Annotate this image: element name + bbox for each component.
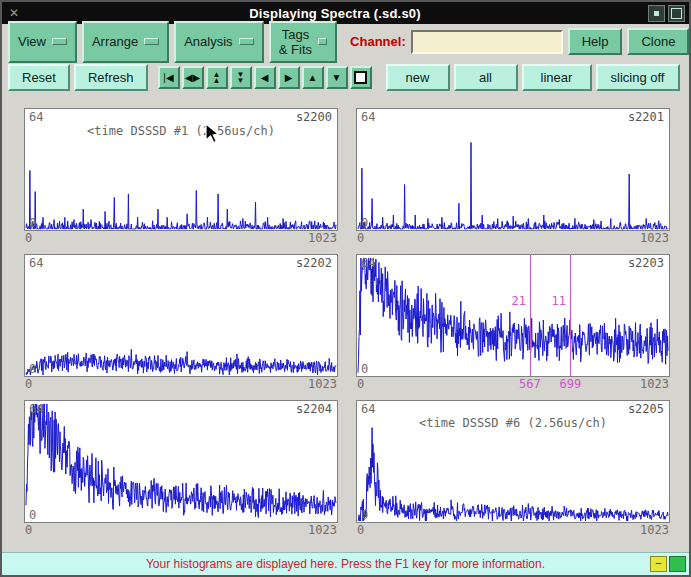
x-axis-min-label: 0 bbox=[357, 523, 364, 537]
menu-label: View bbox=[18, 34, 46, 49]
x-axis-max-label: 1023 bbox=[640, 231, 669, 245]
spectrum-plot-s2200[interactable]: 640s2200<time DSSSD #1 (2.56us/ch) bbox=[24, 108, 338, 231]
mouse-cursor-icon bbox=[205, 123, 220, 144]
x-axis-max-label: 1023 bbox=[308, 377, 337, 391]
spectrum-plot-s2204[interactable]: 640s2204 bbox=[24, 400, 338, 523]
status-message: Your histograms are displayed here. Pres… bbox=[146, 557, 545, 571]
refresh-button[interactable]: Refresh bbox=[74, 64, 148, 91]
scroll-up-button[interactable]: ▲ bbox=[302, 66, 324, 89]
spectrum-trace bbox=[25, 401, 337, 522]
menu-tags-fits[interactable]: Tags & Fits bbox=[269, 21, 337, 63]
slicing-button[interactable]: slicing off bbox=[596, 64, 680, 91]
scroll-up-icon: ▲ bbox=[308, 73, 318, 83]
page-up-button[interactable]: ▲ ▲ bbox=[206, 66, 228, 89]
status-minimize-button[interactable]: − bbox=[650, 556, 667, 572]
window-controls bbox=[648, 5, 685, 22]
expand-horizontal-button[interactable]: ◀▶ bbox=[182, 66, 204, 89]
status-restore-button[interactable] bbox=[669, 556, 686, 572]
y-axis-max-label: 64 bbox=[29, 256, 43, 270]
app-window: ✕ Displaying Spectra (.sd.s0) ViewArrang… bbox=[0, 0, 691, 577]
spectra-grid: 640s2200<time DSSSD #1 (2.56us/ch)010236… bbox=[2, 96, 689, 545]
help-button[interactable]: Help bbox=[568, 28, 623, 55]
window-title: Displaying Spectra (.sd.s0) bbox=[22, 6, 648, 21]
spectrum-name: s2201 bbox=[628, 110, 664, 124]
spectrum-name: s2205 bbox=[628, 402, 664, 416]
zoom-box-button[interactable] bbox=[350, 66, 372, 89]
nav-button-group: |◀◀▶▲ ▲▼ ▼◀▶▲▼ bbox=[158, 66, 372, 89]
y-axis-max-label: 64 bbox=[361, 110, 375, 124]
jump-first-button[interactable]: |◀ bbox=[158, 66, 180, 89]
spectrum-name: s2204 bbox=[296, 402, 332, 416]
spectrum-plot-s2201[interactable]: 640s2201 bbox=[356, 108, 670, 231]
reset-button[interactable]: Reset bbox=[8, 64, 70, 91]
spectrum-plot-s2202[interactable]: 640s2202 bbox=[24, 254, 338, 377]
spectrum-plot-s2203[interactable]: 640s22032111 bbox=[356, 254, 670, 377]
scroll-right-icon: ▶ bbox=[285, 73, 293, 83]
menu-label: Analysis bbox=[184, 34, 232, 49]
y-axis-min-label: 0 bbox=[361, 362, 368, 376]
spectrum-plot-s2205[interactable]: 640s2205<time DSSSD #6 (2.56us/ch) bbox=[356, 400, 670, 523]
all-button[interactable]: all bbox=[454, 64, 518, 91]
x-axis-min-label: 0 bbox=[25, 377, 32, 391]
x-axis: 01023 bbox=[24, 523, 338, 540]
expand-horizontal-icon: ◀▶ bbox=[185, 73, 200, 83]
minimize-button[interactable] bbox=[648, 5, 665, 22]
spectrum-annotation: <time DSSSD #6 (2.56us/ch) bbox=[357, 416, 669, 430]
maximize-icon bbox=[671, 8, 682, 19]
spectrum-name: s2202 bbox=[296, 256, 332, 270]
x-axis: 01023 bbox=[356, 231, 670, 248]
maximize-button[interactable] bbox=[668, 5, 685, 22]
scroll-right-button[interactable]: ▶ bbox=[278, 66, 300, 89]
spectrum-panel: 640s2205<time DSSSD #6 (2.56us/ch)01023 bbox=[356, 400, 670, 545]
menu-view[interactable]: View bbox=[8, 21, 77, 63]
zoom-box-icon bbox=[354, 71, 367, 84]
slice-marker-axis-label: 567 bbox=[519, 377, 541, 391]
x-axis: 01023 bbox=[24, 377, 338, 394]
slice-marker-line[interactable] bbox=[530, 255, 531, 376]
x-axis: 01023567699 bbox=[356, 377, 670, 394]
menu-label: Arrange bbox=[92, 34, 138, 49]
page-down-button[interactable]: ▼ ▼ bbox=[230, 66, 252, 89]
view-button-group: newalllinearslicing off bbox=[386, 64, 680, 91]
channel-label: Channel: bbox=[350, 34, 406, 49]
slice-marker-label: 21 bbox=[500, 294, 526, 308]
channel-input[interactable] bbox=[411, 30, 563, 54]
spectrum-name: s2200 bbox=[296, 110, 332, 124]
x-axis-min-label: 0 bbox=[25, 231, 32, 245]
window-menu-icon[interactable]: ✕ bbox=[6, 5, 22, 21]
y-axis-max-label: 64 bbox=[361, 256, 375, 270]
scroll-down-button[interactable]: ▼ bbox=[326, 66, 348, 89]
clone-button[interactable]: Clone bbox=[627, 28, 689, 55]
y-axis-max-label: 64 bbox=[29, 110, 43, 124]
page-up-icon: ▲ ▲ bbox=[213, 72, 221, 84]
spectrum-panel: 640s220401023 bbox=[24, 400, 338, 545]
spectrum-name: s2203 bbox=[628, 256, 664, 270]
x-axis-min-label: 0 bbox=[25, 523, 32, 537]
status-bar: Your histograms are displayed here. Pres… bbox=[2, 552, 689, 575]
slice-marker-axis-label: 699 bbox=[560, 377, 582, 391]
spectrum-panel: 640s2203211101023567699 bbox=[356, 254, 670, 399]
slice-marker-line[interactable] bbox=[570, 255, 571, 376]
y-axis-min-label: 0 bbox=[29, 362, 36, 376]
menu-indicator-icon bbox=[239, 38, 254, 45]
y-axis-max-label: 64 bbox=[29, 402, 43, 416]
scroll-left-icon: ◀ bbox=[261, 73, 269, 83]
x-axis: 01023 bbox=[24, 231, 338, 248]
jump-first-icon: |◀ bbox=[163, 73, 173, 83]
scroll-left-button[interactable]: ◀ bbox=[254, 66, 276, 89]
x-axis-max-label: 1023 bbox=[308, 231, 337, 245]
menubar: ViewArrangeAnalysisTags & Fits Channel: … bbox=[2, 24, 689, 59]
menu-analysis[interactable]: Analysis bbox=[174, 21, 263, 63]
spectrum-trace bbox=[357, 109, 669, 230]
x-axis-max-label: 1023 bbox=[308, 523, 337, 537]
new-button[interactable]: new bbox=[386, 64, 450, 91]
spectrum-panel: 640s220201023 bbox=[24, 254, 338, 399]
toolbar: Reset Refresh |◀◀▶▲ ▲▼ ▼◀▶▲▼ newalllinea… bbox=[2, 59, 689, 96]
slice-marker-label: 11 bbox=[540, 294, 566, 308]
spectrum-annotation: <time DSSSD #1 (2.56us/ch) bbox=[25, 124, 337, 138]
linear-button[interactable]: linear bbox=[522, 64, 592, 91]
x-axis-max-label: 1023 bbox=[640, 523, 669, 537]
menu-group: ViewArrangeAnalysisTags & Fits bbox=[8, 21, 337, 63]
menu-arrange[interactable]: Arrange bbox=[82, 21, 169, 63]
page-down-icon: ▼ ▼ bbox=[237, 72, 245, 84]
